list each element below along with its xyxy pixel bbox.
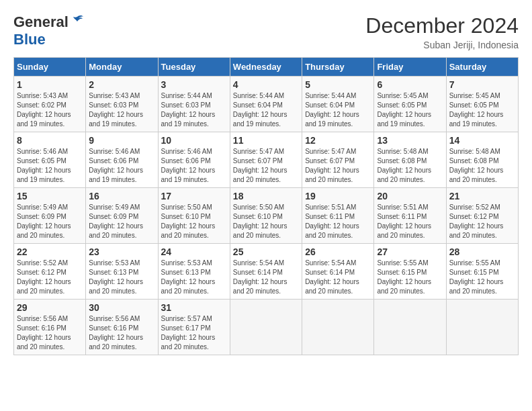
day-info: Sunrise: 5:43 AMSunset: 6:02 PMDaylight:… [17,91,83,129]
day-number: 29 [17,302,83,313]
table-row: 20Sunrise: 5:51 AMSunset: 6:11 PMDayligh… [374,188,446,244]
calendar-week-5: 29Sunrise: 5:56 AMSunset: 6:16 PMDayligh… [14,300,519,355]
calendar-week-3: 15Sunrise: 5:49 AMSunset: 6:09 PMDayligh… [14,188,519,244]
table-row: 25Sunrise: 5:54 AMSunset: 6:14 PMDayligh… [230,244,302,300]
table-row: 18Sunrise: 5:50 AMSunset: 6:10 PMDayligh… [230,188,302,244]
day-info: Sunrise: 5:45 AMSunset: 6:05 PMDaylight:… [377,91,443,129]
day-info: Sunrise: 5:46 AMSunset: 6:06 PMDaylight:… [89,147,154,185]
day-number: 27 [377,246,443,257]
day-info: Sunrise: 5:48 AMSunset: 6:08 PMDaylight:… [377,147,443,185]
col-tuesday: Tuesday [158,58,230,77]
table-row: 30Sunrise: 5:56 AMSunset: 6:16 PMDayligh… [86,300,158,355]
day-info: Sunrise: 5:46 AMSunset: 6:06 PMDaylight:… [161,147,227,185]
day-number: 13 [377,135,443,146]
day-number: 24 [161,246,227,257]
table-row: 31Sunrise: 5:57 AMSunset: 6:17 PMDayligh… [158,300,230,355]
day-info: Sunrise: 5:57 AMSunset: 6:17 PMDaylight:… [161,314,227,352]
table-row: 19Sunrise: 5:51 AMSunset: 6:11 PMDayligh… [302,188,374,244]
page-header: General Blue December 2024 Suban Jeriji,… [13,13,519,50]
day-number: 26 [305,246,371,257]
location-text: Suban Jeriji, Indonesia [365,40,519,50]
table-row [230,300,302,355]
day-info: Sunrise: 5:51 AMSunset: 6:11 PMDaylight:… [377,203,443,240]
logo-blue-text: Blue [13,31,46,48]
logo-general-text: General [13,13,69,31]
day-info: Sunrise: 5:50 AMSunset: 6:10 PMDaylight:… [161,203,227,240]
table-row: 28Sunrise: 5:55 AMSunset: 6:15 PMDayligh… [446,244,518,300]
day-number: 20 [377,191,443,201]
table-row: 15Sunrise: 5:49 AMSunset: 6:09 PMDayligh… [14,188,86,244]
table-row: 13Sunrise: 5:48 AMSunset: 6:08 PMDayligh… [374,132,446,188]
table-row: 8Sunrise: 5:46 AMSunset: 6:05 PMDaylight… [14,132,86,188]
title-section: December 2024 Suban Jeriji, Indonesia [365,13,519,50]
day-info: Sunrise: 5:56 AMSunset: 6:16 PMDaylight:… [17,314,83,352]
day-number: 19 [305,191,371,201]
calendar-week-2: 8Sunrise: 5:46 AMSunset: 6:05 PMDaylight… [14,132,519,188]
day-number: 11 [233,135,299,146]
table-row: 1Sunrise: 5:43 AMSunset: 6:02 PMDaylight… [14,77,86,132]
day-info: Sunrise: 5:55 AMSunset: 6:15 PMDaylight:… [377,259,443,296]
day-info: Sunrise: 5:48 AMSunset: 6:08 PMDaylight:… [449,147,515,185]
day-number: 21 [449,191,515,201]
table-row: 23Sunrise: 5:53 AMSunset: 6:13 PMDayligh… [86,244,158,300]
calendar-week-4: 22Sunrise: 5:52 AMSunset: 6:12 PMDayligh… [14,244,519,300]
day-number: 1 [17,79,83,90]
day-info: Sunrise: 5:52 AMSunset: 6:12 PMDaylight:… [17,259,83,296]
day-number: 5 [305,79,371,90]
table-row: 21Sunrise: 5:52 AMSunset: 6:12 PMDayligh… [446,188,518,244]
day-number: 23 [89,246,154,257]
calendar-header-row: Sunday Monday Tuesday Wednesday Thursday… [14,58,519,77]
col-thursday: Thursday [302,58,374,77]
table-row: 12Sunrise: 5:47 AMSunset: 6:07 PMDayligh… [302,132,374,188]
logo: General Blue [13,13,85,48]
day-number: 28 [449,246,515,257]
day-info: Sunrise: 5:51 AMSunset: 6:11 PMDaylight:… [305,203,371,240]
table-row: 4Sunrise: 5:44 AMSunset: 6:04 PMDaylight… [230,77,302,132]
day-info: Sunrise: 5:54 AMSunset: 6:14 PMDaylight:… [233,259,299,296]
table-row: 26Sunrise: 5:54 AMSunset: 6:14 PMDayligh… [302,244,374,300]
calendar-table: Sunday Monday Tuesday Wednesday Thursday… [13,57,519,355]
day-info: Sunrise: 5:49 AMSunset: 6:09 PMDaylight:… [17,203,83,240]
table-row: 29Sunrise: 5:56 AMSunset: 6:16 PMDayligh… [14,300,86,355]
col-saturday: Saturday [446,58,518,77]
day-info: Sunrise: 5:53 AMSunset: 6:13 PMDaylight:… [89,259,154,296]
table-row: 10Sunrise: 5:46 AMSunset: 6:06 PMDayligh… [158,132,230,188]
col-sunday: Sunday [14,58,86,77]
day-number: 6 [377,79,443,90]
table-row: 17Sunrise: 5:50 AMSunset: 6:10 PMDayligh… [158,188,230,244]
day-info: Sunrise: 5:45 AMSunset: 6:05 PMDaylight:… [449,91,515,129]
table-row: 5Sunrise: 5:44 AMSunset: 6:04 PMDaylight… [302,77,374,132]
day-info: Sunrise: 5:50 AMSunset: 6:10 PMDaylight:… [233,203,299,240]
day-number: 17 [161,191,227,201]
day-info: Sunrise: 5:44 AMSunset: 6:03 PMDaylight:… [161,91,227,129]
day-info: Sunrise: 5:43 AMSunset: 6:03 PMDaylight:… [89,91,154,129]
day-number: 4 [233,79,299,90]
day-info: Sunrise: 5:56 AMSunset: 6:16 PMDaylight:… [89,314,154,352]
day-info: Sunrise: 5:44 AMSunset: 6:04 PMDaylight:… [233,91,299,129]
day-info: Sunrise: 5:55 AMSunset: 6:15 PMDaylight:… [449,259,515,296]
logo-bird-icon [70,14,85,29]
table-row: 14Sunrise: 5:48 AMSunset: 6:08 PMDayligh… [446,132,518,188]
day-number: 30 [89,302,154,313]
day-info: Sunrise: 5:46 AMSunset: 6:05 PMDaylight:… [17,147,83,185]
table-row: 3Sunrise: 5:44 AMSunset: 6:03 PMDaylight… [158,77,230,132]
day-number: 15 [17,191,83,201]
table-row: 22Sunrise: 5:52 AMSunset: 6:12 PMDayligh… [14,244,86,300]
table-row [446,300,518,355]
day-info: Sunrise: 5:47 AMSunset: 6:07 PMDaylight:… [305,147,371,185]
table-row: 24Sunrise: 5:53 AMSunset: 6:13 PMDayligh… [158,244,230,300]
table-row: 11Sunrise: 5:47 AMSunset: 6:07 PMDayligh… [230,132,302,188]
day-number: 31 [161,302,227,313]
month-title: December 2024 [365,13,519,38]
table-row: 6Sunrise: 5:45 AMSunset: 6:05 PMDaylight… [374,77,446,132]
day-number: 2 [89,79,154,90]
day-number: 8 [17,135,83,146]
day-number: 14 [449,135,515,146]
day-number: 9 [89,135,154,146]
day-number: 16 [89,191,154,201]
day-number: 12 [305,135,371,146]
table-row: 2Sunrise: 5:43 AMSunset: 6:03 PMDaylight… [86,77,158,132]
day-number: 25 [233,246,299,257]
day-info: Sunrise: 5:52 AMSunset: 6:12 PMDaylight:… [449,203,515,240]
table-row: 16Sunrise: 5:49 AMSunset: 6:09 PMDayligh… [86,188,158,244]
